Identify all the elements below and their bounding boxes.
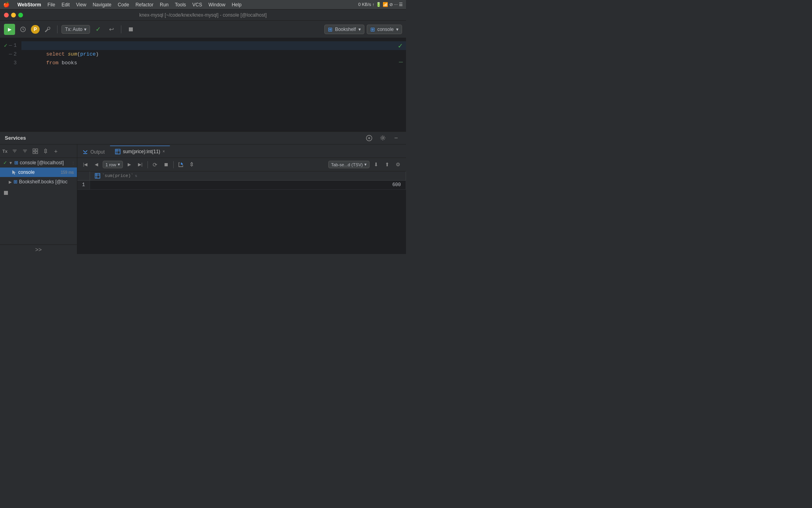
menu-run[interactable]: Run bbox=[160, 2, 169, 8]
row-num-header bbox=[77, 171, 90, 181]
tree-expand-icon[interactable]: ▶ bbox=[9, 180, 12, 184]
tab-result[interactable]: sum(price):int(11) × bbox=[110, 146, 170, 158]
layout-button[interactable] bbox=[31, 146, 40, 156]
export-button[interactable] bbox=[176, 160, 186, 169]
gutter-line-1: ✓ — 1 bbox=[0, 41, 20, 50]
menu-window[interactable]: Window bbox=[209, 2, 226, 8]
editor-right-warning-icon: — bbox=[399, 60, 403, 64]
stop-button[interactable] bbox=[125, 24, 136, 35]
tree-collapse-icon[interactable]: ▼ bbox=[9, 161, 13, 165]
maximize-button[interactable] bbox=[18, 13, 23, 17]
app-name[interactable]: WebStorm bbox=[17, 2, 41, 8]
tree-console-time: 159 ms bbox=[61, 170, 74, 175]
services-minimize-button[interactable]: − bbox=[391, 133, 401, 143]
pin-result-icon bbox=[189, 162, 194, 167]
console-selector[interactable]: ⊞ console ▾ bbox=[367, 25, 402, 34]
tree-area: ✓ ▼ ⊞ console [@localhost] : console 159… bbox=[0, 158, 77, 244]
row-num-1: 1 bbox=[77, 181, 90, 190]
expand-button[interactable]: >> bbox=[0, 244, 77, 254]
services-add-button[interactable] bbox=[364, 133, 374, 143]
tab-output[interactable]: Output bbox=[77, 146, 110, 158]
console-icon: ⊞ bbox=[370, 26, 375, 33]
rows-chevron-icon: ▾ bbox=[118, 162, 120, 167]
svg-rect-15 bbox=[36, 152, 38, 154]
result-stop-button[interactable] bbox=[161, 160, 171, 169]
confirm-button[interactable]: ✓ bbox=[92, 24, 103, 35]
last-row-button[interactable]: ▶| bbox=[136, 160, 145, 169]
menu-edit[interactable]: Edit bbox=[61, 2, 70, 8]
refresh-button[interactable]: ⟳ bbox=[150, 160, 160, 169]
menu-tools[interactable]: Tools bbox=[175, 2, 186, 8]
svg-rect-19 bbox=[115, 149, 120, 154]
menu-view[interactable]: View bbox=[76, 2, 86, 8]
pin-icon bbox=[43, 148, 48, 154]
result-settings-button[interactable]: ⚙ bbox=[393, 160, 403, 169]
bookshelf-selector[interactable]: ⊞ Bookshelf ▾ bbox=[324, 25, 364, 34]
menu-code[interactable]: Code bbox=[118, 2, 129, 8]
toolbar-divider-1 bbox=[57, 25, 57, 33]
tree-spacer: ✓ bbox=[3, 179, 7, 185]
bookshelf-label: Bookshelf bbox=[335, 27, 356, 32]
close-button[interactable] bbox=[4, 13, 9, 17]
traffic-lights bbox=[4, 13, 23, 17]
line-num-1: 1 bbox=[13, 41, 17, 50]
svg-point-5 bbox=[382, 137, 384, 139]
tree-item-bookshelf[interactable]: ✓ ▶ ⊞ Bookshelf.books [@loc bbox=[0, 177, 77, 187]
editor-right-check-icon: ✓ bbox=[398, 42, 403, 50]
history-icon bbox=[20, 26, 26, 33]
download-button[interactable]: ⬇ bbox=[371, 160, 381, 169]
minimize-button[interactable] bbox=[11, 13, 16, 17]
run-button[interactable]: ▶ bbox=[4, 24, 15, 35]
menu-file[interactable]: File bbox=[48, 2, 55, 8]
code-line-1: select sum(price) bbox=[21, 41, 406, 50]
pin-button[interactable] bbox=[41, 146, 50, 156]
line-check-icon: ✓ bbox=[4, 41, 7, 50]
sort-arrows-icon[interactable]: ⇅ bbox=[135, 173, 137, 178]
table-icon bbox=[115, 149, 121, 154]
apple-menu[interactable]: 🍎 bbox=[3, 2, 10, 8]
editor-section: ✓ — 1 — 2 3 select sum(price) from books… bbox=[0, 38, 406, 131]
wrench-icon bbox=[44, 26, 51, 33]
line-fold-1[interactable]: — bbox=[9, 41, 12, 50]
stop-small-icon[interactable] bbox=[3, 190, 9, 196]
tree-stop-row bbox=[0, 188, 77, 198]
undo-button[interactable]: ↩ bbox=[106, 24, 117, 35]
main-content: ✓ — 1 — 2 3 select sum(price) from books… bbox=[0, 38, 406, 254]
line-fold-2[interactable]: — bbox=[9, 50, 12, 59]
col-header-sum-price[interactable]: `sum(price)` ⇅ bbox=[90, 171, 406, 181]
tabs-bar: Output sum(price):int(11) × bbox=[77, 144, 406, 158]
services-gear-button[interactable] bbox=[377, 133, 388, 143]
pin-result-button[interactable] bbox=[187, 160, 197, 169]
database-icon: ⊞ bbox=[328, 26, 333, 33]
history-button[interactable] bbox=[17, 24, 29, 35]
menu-refactor[interactable]: Refactor bbox=[136, 2, 153, 8]
menu-help[interactable]: Help bbox=[232, 2, 241, 8]
menu-navigate[interactable]: Navigate bbox=[93, 2, 111, 8]
first-row-button[interactable]: |◀ bbox=[80, 160, 90, 169]
result-toolbar-divider-2 bbox=[173, 161, 174, 168]
toolbar-divider-2 bbox=[121, 25, 121, 33]
tree-item-console-root[interactable]: ✓ ▼ ⊞ console [@localhost] : bbox=[0, 158, 77, 167]
settings-wrench-button[interactable] bbox=[42, 24, 53, 35]
menu-vcs[interactable]: VCS bbox=[192, 2, 202, 8]
prev-row-button[interactable]: ◀ bbox=[92, 160, 101, 169]
upload-button[interactable]: ⬆ bbox=[382, 160, 392, 169]
menu-bar: 🍎 WebStorm File Edit View Navigate Code … bbox=[0, 0, 406, 10]
col-price: price bbox=[80, 51, 96, 57]
code-editor[interactable]: select sum(price) from books bbox=[20, 38, 406, 131]
p-badge-button[interactable]: P bbox=[31, 25, 40, 34]
services-body: Tx bbox=[0, 144, 406, 254]
tree-console-name: console bbox=[18, 169, 59, 175]
filter-up-button[interactable] bbox=[10, 146, 19, 156]
result-table: `sum(price)` ⇅ 1 600 bbox=[77, 171, 406, 190]
tab-close-button[interactable]: × bbox=[163, 149, 165, 154]
tx-dropdown[interactable]: Tx: Auto ▾ bbox=[61, 25, 90, 34]
svg-rect-17 bbox=[4, 191, 8, 195]
next-row-button[interactable]: ▶ bbox=[124, 160, 134, 169]
add-button[interactable]: + bbox=[51, 146, 61, 156]
tsv-dropdown[interactable]: Tab-se...d (TSV) ▾ bbox=[328, 161, 370, 168]
rows-dropdown[interactable]: 1 row ▾ bbox=[103, 161, 123, 168]
filter-down-button[interactable] bbox=[20, 146, 30, 156]
kw-select: select bbox=[46, 51, 68, 57]
tree-item-console-selected[interactable]: console 159 ms bbox=[0, 167, 77, 177]
